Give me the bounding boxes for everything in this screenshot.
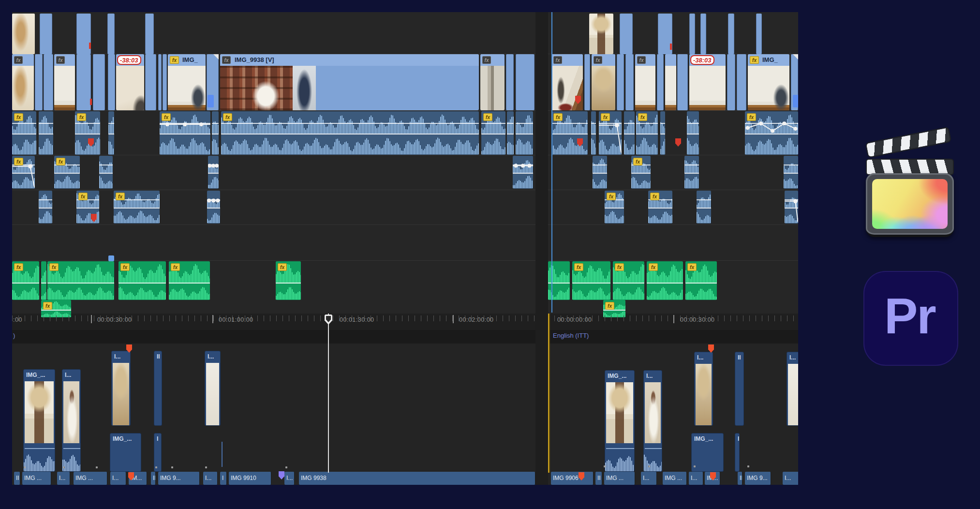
video-clip[interactable] — [589, 14, 613, 54]
premiere-audio-segment[interactable]: II — [14, 472, 20, 485]
music-clip[interactable]: fx — [647, 261, 683, 300]
timeline-canvas[interactable]: fxfx-38:03fxIMG_fxIMG_9938 [V]fxfxfxfx-3… — [12, 12, 798, 485]
video-clip[interactable] — [108, 54, 115, 110]
music-clip[interactable]: fx — [685, 261, 717, 300]
audio-clip[interactable]: fx — [605, 191, 624, 224]
premiere-clip[interactable]: II — [735, 352, 744, 426]
audio-clip[interactable] — [39, 111, 53, 155]
marker-dot[interactable] — [648, 465, 650, 467]
audio-clip[interactable] — [591, 111, 596, 155]
premiere-audio-segment[interactable]: IMG 9... — [745, 472, 771, 485]
music-clip[interactable]: fx — [572, 261, 610, 300]
audio-clip[interactable] — [660, 111, 665, 155]
marker-red-pin[interactable] — [675, 138, 681, 147]
video-clip-img-9938[interactable]: fxIMG_9938 [V] — [220, 54, 479, 110]
video-clip[interactable] — [35, 54, 43, 110]
music-clip[interactable]: fx — [47, 261, 114, 300]
marker-blue-flag[interactable] — [108, 255, 114, 261]
video-clip[interactable]: fx — [635, 54, 655, 110]
audio-clip[interactable] — [593, 156, 607, 189]
audio-clip[interactable] — [687, 111, 699, 155]
premiere-audio-segment[interactable]: II — [151, 472, 156, 485]
audio-clip[interactable] — [516, 111, 533, 155]
video-clip[interactable]: fx — [12, 54, 34, 110]
video-clip[interactable] — [163, 54, 167, 110]
video-clip[interactable] — [145, 14, 154, 54]
audio-clip[interactable] — [697, 191, 711, 224]
audio-clip[interactable]: fx — [54, 156, 80, 189]
audio-clip[interactable]: fx — [745, 111, 798, 155]
audio-clip[interactable]: fx — [12, 111, 36, 155]
video-clip[interactable]: fxIMG_ — [168, 54, 206, 110]
premiere-clip[interactable]: I — [735, 433, 740, 472]
premiere-audio-segment[interactable]: IMG 9938 — [299, 472, 535, 485]
music-clip[interactable]: fx — [12, 261, 39, 300]
premiere-audio-segment[interactable]: II — [738, 472, 742, 485]
music-clip[interactable]: fx — [603, 300, 625, 317]
premiere-audio-segment[interactable]: I — [220, 472, 227, 485]
audio-clip[interactable] — [208, 156, 219, 189]
music-clip[interactable] — [41, 261, 46, 300]
audio-clip[interactable]: fx — [631, 156, 651, 189]
marker-blue-tag[interactable] — [793, 95, 798, 107]
playhead-yellow[interactable] — [548, 314, 549, 473]
premiere-audio-segment[interactable]: I... — [641, 472, 657, 485]
marker-dot[interactable] — [96, 466, 98, 468]
video-clip[interactable] — [665, 54, 676, 110]
music-clip[interactable]: fx — [41, 300, 71, 317]
video-clip[interactable] — [657, 54, 664, 110]
premiere-audio-segment[interactable]: IMG ... — [604, 472, 635, 485]
premiere-clip[interactable]: IMG_... — [23, 369, 55, 472]
premiere-clip[interactable]: I... — [62, 369, 81, 472]
premiere-clip[interactable]: I — [154, 433, 162, 472]
premiere-audio-segment[interactable]: I... — [203, 472, 218, 485]
music-clip[interactable]: fx — [119, 261, 166, 300]
premiere-pro-icon[interactable]: Pr — [863, 271, 958, 366]
video-clip[interactable]: -38:03 — [689, 54, 726, 110]
video-clip[interactable] — [107, 14, 115, 54]
video-clip[interactable] — [728, 14, 734, 54]
video-clip[interactable] — [44, 54, 53, 110]
video-clip[interactable] — [756, 14, 762, 54]
audio-clip[interactable] — [513, 156, 533, 189]
premiere-clip[interactable]: I... — [643, 370, 662, 472]
video-clip[interactable] — [700, 14, 706, 54]
video-clip[interactable] — [584, 54, 590, 110]
premiere-audio-segment[interactable]: I... — [284, 472, 295, 485]
video-clip[interactable] — [677, 54, 688, 110]
video-clip[interactable] — [737, 54, 746, 110]
video-clip[interactable] — [158, 54, 162, 110]
music-clip[interactable]: fx — [169, 261, 210, 300]
premiere-audio-segment[interactable]: IMG 9... — [158, 472, 200, 485]
video-clip[interactable] — [625, 54, 634, 110]
premiere-audio-segment[interactable]: IMG 9906 — [551, 472, 594, 485]
premiere-clip[interactable]: IMG_... — [110, 433, 141, 472]
audio-clip[interactable] — [507, 111, 514, 155]
audio-clip[interactable] — [99, 156, 113, 189]
premiere-audio-segment[interactable]: IMG ... — [22, 472, 51, 485]
marker-dot[interactable] — [63, 466, 65, 468]
audio-clip[interactable] — [108, 111, 114, 155]
playhead-blue[interactable] — [551, 12, 552, 313]
final-cut-pro-icon[interactable] — [865, 141, 956, 239]
premiere-clip[interactable]: I... — [111, 351, 131, 426]
music-clip[interactable]: fx — [613, 261, 644, 300]
video-clip[interactable] — [516, 54, 535, 110]
marker-dot[interactable] — [694, 465, 696, 467]
premiere-clip[interactable]: IMG_... — [605, 370, 635, 472]
premiere-audio-segment[interactable]: I... — [57, 472, 70, 485]
video-clip[interactable] — [12, 14, 35, 54]
audio-clip[interactable] — [785, 191, 798, 224]
marker-dot[interactable] — [604, 465, 606, 467]
audio-clip[interactable]: fx — [221, 111, 479, 155]
audio-clip[interactable]: fx — [75, 111, 100, 155]
premiere-clip[interactable]: I... — [787, 352, 798, 426]
premiere-clip[interactable]: II — [154, 351, 162, 426]
video-clip[interactable] — [76, 54, 91, 110]
premiere-clip[interactable]: I... — [694, 352, 713, 426]
video-clip[interactable]: fx — [592, 54, 615, 110]
marker-vtick[interactable] — [222, 442, 223, 467]
audio-clip[interactable]: fx — [160, 111, 210, 155]
audio-clip[interactable] — [624, 111, 635, 155]
audio-clip[interactable] — [784, 156, 798, 189]
